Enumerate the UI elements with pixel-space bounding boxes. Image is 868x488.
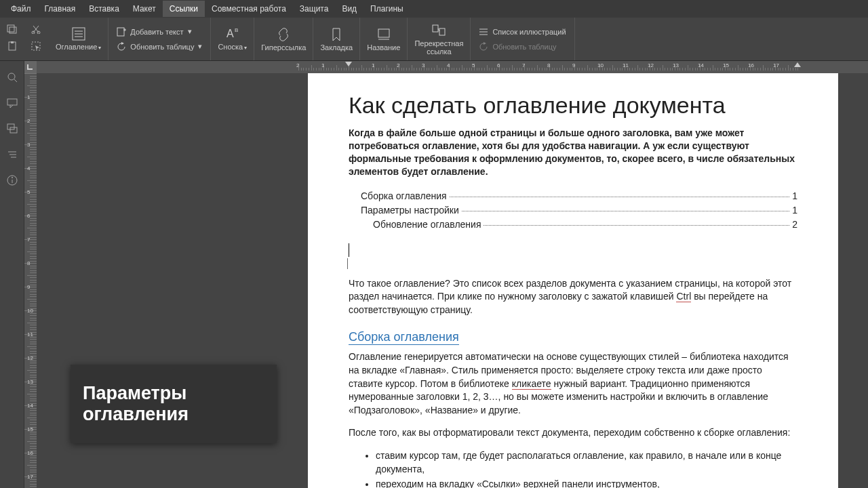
- illustrations-list-button[interactable]: Список иллюстраций: [479, 27, 566, 37]
- svg-point-33: [12, 177, 13, 178]
- overlay-caption: Параметры оглавления: [71, 365, 277, 443]
- toc-button[interactable]: Оглавление▾: [49, 18, 108, 60]
- add-text-button[interactable]: Добавить текст▾: [117, 27, 202, 37]
- crossref-label: Перекрестная ссылка: [414, 39, 463, 56]
- body-paragraph: После того, как вы отформатировали текст…: [349, 426, 797, 440]
- menu-layout[interactable]: Макет: [126, 1, 163, 17]
- bookmark-label: Закладка: [320, 43, 353, 52]
- text-cursor: [349, 250, 797, 277]
- ribbon: Оглавление▾ Добавить текст▾ Обновить таб…: [0, 18, 868, 61]
- update-table-button[interactable]: Обновить таблицу▾: [117, 42, 202, 52]
- svg-rect-11: [117, 28, 124, 36]
- caption-label: Название: [367, 43, 400, 52]
- svg-rect-26: [7, 124, 14, 129]
- select-icon[interactable]: [31, 41, 42, 54]
- toc-item-title: Обновление оглавления: [373, 219, 481, 230]
- chat-icon[interactable]: [7, 123, 18, 137]
- left-sidebar: [0, 61, 24, 488]
- menu-insert[interactable]: Вставка: [82, 1, 126, 17]
- toc-leader: [462, 211, 789, 211]
- body-paragraph: Оглавление генерируется автоматически на…: [349, 350, 797, 417]
- toc-item-title: Параметры настройки: [361, 205, 459, 216]
- menu-home[interactable]: Главная: [38, 1, 83, 17]
- crossref-button[interactable]: Перекрестная ссылка: [408, 18, 471, 60]
- copy-icon[interactable]: [7, 24, 18, 37]
- svg-point-23: [8, 73, 15, 80]
- toc-item-title: Сборка оглавления: [361, 190, 447, 201]
- caption-button[interactable]: Название: [360, 18, 408, 60]
- footnote-button[interactable]: AB Сноска▾: [211, 18, 254, 60]
- link-text: кликаете: [512, 378, 551, 390]
- search-icon[interactable]: [7, 72, 18, 85]
- toc-row[interactable]: Обновление оглавления 2: [361, 219, 797, 230]
- cut-icon[interactable]: [31, 24, 42, 37]
- bullet-list: ставим курсор там, где будет располагать…: [376, 449, 797, 488]
- svg-rect-19: [439, 28, 445, 35]
- bookmark-button[interactable]: Закладка: [313, 18, 360, 60]
- menu-protect[interactable]: Защита: [293, 1, 336, 17]
- paste-icon[interactable]: [7, 41, 18, 54]
- toc-leader: [450, 197, 790, 197]
- svg-rect-18: [433, 25, 438, 32]
- footnote-label: Сноска: [218, 43, 243, 51]
- list-item: переходим на вкладку «Ссылки» верхней па…: [376, 478, 797, 488]
- ruler-vertical: 123456789101112131415161718: [24, 61, 37, 488]
- add-text-label: Добавить текст: [130, 28, 183, 36]
- illustrations-list-label: Список иллюстраций: [492, 28, 566, 36]
- ctrl-key-text: Ctrl: [676, 291, 691, 302]
- svg-rect-1: [9, 27, 16, 33]
- headings-icon[interactable]: [7, 149, 18, 163]
- toc-item-page: 1: [792, 205, 797, 216]
- info-icon[interactable]: [7, 175, 18, 188]
- svg-rect-16: [378, 29, 389, 37]
- svg-rect-0: [7, 25, 14, 32]
- toc-button-label: Оглавление: [56, 43, 97, 51]
- body-paragraph: Что такое оглавление? Это список всех ра…: [349, 277, 797, 317]
- menu-references[interactable]: Ссылки: [163, 1, 205, 17]
- svg-rect-3: [11, 41, 14, 43]
- menu-file[interactable]: Файл: [4, 1, 38, 17]
- toc-row[interactable]: Сборка оглавления 1: [361, 190, 797, 201]
- update-table-disabled: Обновить таблицу: [479, 42, 566, 52]
- document-page[interactable]: Как сделать оглавление документа Когда в…: [308, 73, 838, 488]
- intro-paragraph: Когда в файле больше одной страницы и бо…: [349, 127, 797, 178]
- comments-icon[interactable]: [7, 98, 18, 111]
- toc-leader: [484, 225, 789, 226]
- toc-item-page: 2: [792, 219, 797, 230]
- section-heading: Сборка оглавления: [349, 330, 459, 345]
- svg-line-24: [14, 79, 17, 82]
- svg-text:A: A: [226, 28, 234, 39]
- toc-item-page: 1: [792, 190, 797, 201]
- toc-row[interactable]: Параметры настройки 1: [361, 205, 797, 216]
- menubar: Файл Главная Вставка Макет Ссылки Совмес…: [0, 0, 868, 18]
- menu-plugins[interactable]: Плагины: [363, 1, 410, 17]
- hyperlink-label: Гиперссылка: [261, 43, 306, 52]
- list-item: ставим курсор там, где будет располагать…: [376, 449, 797, 476]
- svg-text:B: B: [235, 27, 238, 33]
- tab-stop-icon[interactable]: [24, 61, 37, 73]
- ruler-horizontal: 211234567891011121314151617: [37, 61, 868, 73]
- table-of-contents: Сборка оглавления 1 Параметры настройки …: [361, 190, 797, 230]
- menu-collab[interactable]: Совместная работа: [205, 1, 293, 17]
- svg-rect-25: [7, 99, 17, 105]
- update-table-disabled-label: Обновить таблицу: [492, 43, 556, 51]
- page-title: Как сделать оглавление документа: [349, 92, 797, 119]
- overlay-caption-text: Параметры оглавления: [83, 383, 264, 425]
- hyperlink-button[interactable]: Гиперссылка: [254, 18, 313, 60]
- svg-rect-27: [10, 127, 17, 133]
- menu-view[interactable]: Вид: [335, 1, 363, 17]
- update-table-label: Обновить таблицу: [130, 43, 194, 51]
